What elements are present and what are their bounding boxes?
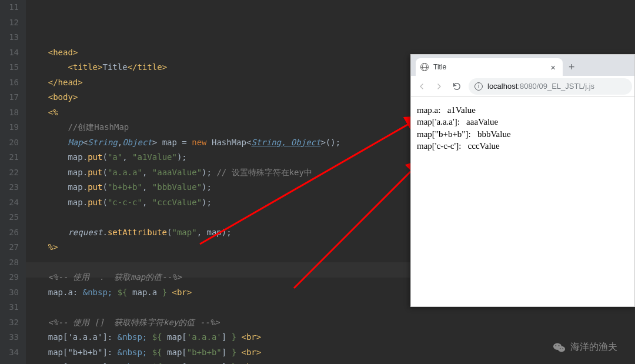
line-number: 24 [5,195,19,211]
svg-point-4 [558,346,565,352]
code-line[interactable]: map['c-c-c']: &nbsp; ${ map['c-c-c'] } <… [28,360,635,364]
code-line[interactable]: map['a.a.a']: &nbsp; ${ map['a.a.a'] } <… [28,330,635,345]
browser-content: map.a: a1Valuemap['a.a.a']: aaaValuemap[… [411,97,634,159]
line-number: 19 [5,120,19,135]
site-info-icon[interactable]: i [474,82,483,91]
line-number-gutter: 1112131415161718192021222324252627282930… [0,0,26,364]
browser-window: Title × + i localhost:8080/09_EL_JSTL/j.… [410,54,635,307]
line-number: 22 [5,165,19,181]
line-number: 28 [5,255,19,271]
line-number: 31 [5,300,19,315]
line-number: 26 [5,225,19,241]
line-number: 32 [5,315,19,330]
line-number: 11 [5,0,19,15]
line-number: 29 [5,270,19,285]
watermark: 海洋的渔夫 [553,341,617,353]
tab-title: Title [433,63,548,71]
line-number: 17 [5,90,19,105]
output-line: map.a: a1Value [417,104,629,116]
reload-button[interactable] [449,78,465,95]
line-number: 27 [5,240,19,255]
close-tab-icon[interactable]: × [548,62,558,72]
url-path: :8080/09_EL_JSTL/j.js [517,82,594,91]
line-number: 33 [5,330,19,345]
browser-toolbar: i localhost:8080/09_EL_JSTL/j.js [411,76,634,97]
line-number: 12 [5,15,19,31]
forward-button[interactable] [431,78,447,95]
line-number: 16 [5,75,19,91]
line-number: 18 [5,105,19,121]
svg-point-5 [556,345,557,346]
line-number: 25 [5,210,19,225]
url-bar[interactable]: i localhost:8080/09_EL_JSTL/j.js [469,78,632,95]
svg-point-8 [562,348,563,349]
svg-point-7 [560,348,560,349]
watermark-text: 海洋的渔夫 [570,341,617,353]
svg-point-6 [559,345,560,346]
line-number: 15 [5,60,19,75]
code-line[interactable]: map["b+b+b"]: &nbsp; ${ map["b+b+b"] } <… [28,345,635,360]
line-number: 13 [5,30,19,45]
line-number: 21 [5,150,19,165]
output-line: map['a.a.a']: aaaValue [417,116,629,128]
output-line: map['c-c-c']: cccValue [417,140,629,152]
line-number: 14 [5,45,19,61]
line-number: 35 [5,360,19,364]
line-number: 20 [5,135,19,151]
browser-tab-strip: Title × + [411,55,634,76]
browser-tab[interactable]: Title × [416,58,563,76]
line-number: 34 [5,345,19,360]
code-line[interactable]: <%-- 使用 [] 获取特殊字符key的值 --%> [28,315,635,330]
back-button[interactable] [413,78,430,95]
line-number: 23 [5,180,19,195]
line-number: 30 [5,285,19,300]
output-line: map["b+b+b"]: bbbValue [417,128,629,140]
wechat-icon [553,342,566,353]
globe-icon [420,63,429,71]
url-host: localhost [487,82,517,91]
new-tab-button[interactable]: + [563,61,581,74]
